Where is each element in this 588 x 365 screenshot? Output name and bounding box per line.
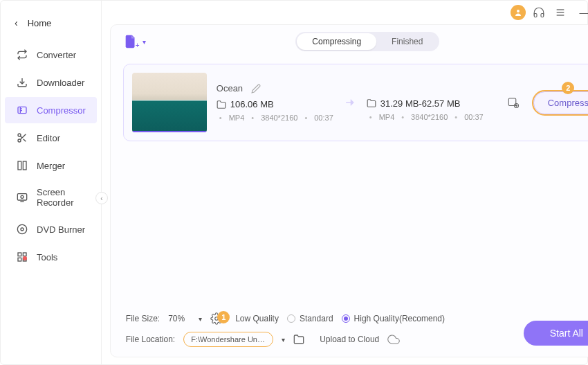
svg-point-13 bbox=[21, 228, 24, 231]
tab-compressing[interactable]: Compressing bbox=[297, 33, 376, 50]
tools-icon bbox=[16, 251, 28, 263]
sidebar-label: Tools bbox=[37, 252, 57, 262]
user-avatar-icon[interactable] bbox=[511, 5, 526, 20]
home-label: Home bbox=[28, 18, 52, 28]
edit-name-icon[interactable] bbox=[251, 84, 261, 94]
file-item: Ocean 106.06 MB MP4 3840*2160 bbox=[123, 64, 588, 141]
downloader-icon bbox=[16, 76, 28, 89]
dvd-burner-icon bbox=[16, 223, 28, 235]
source-info: 106.06 MB MP4 3840*2160 00:37 bbox=[217, 99, 333, 122]
filesize-settings-button[interactable]: 1 bbox=[210, 312, 223, 325]
target-duration: 00:37 bbox=[464, 113, 484, 121]
svg-rect-17 bbox=[18, 258, 21, 261]
arrow-icon bbox=[343, 96, 357, 109]
svg-point-6 bbox=[18, 139, 21, 142]
converter-icon bbox=[16, 48, 28, 61]
start-all-button[interactable]: Start All bbox=[524, 321, 588, 346]
quality-low-option[interactable]: Low Quality bbox=[235, 314, 279, 323]
upload-cloud-label: Upload to Cloud bbox=[320, 335, 379, 344]
sidebar-label: Editor bbox=[37, 133, 60, 143]
item-settings-button[interactable] bbox=[503, 96, 524, 109]
svg-point-18 bbox=[517, 10, 520, 12]
add-file-button[interactable]: + ▾ bbox=[123, 34, 146, 49]
file-name: Ocean bbox=[217, 83, 243, 94]
upload-cloud-button[interactable] bbox=[387, 333, 400, 346]
tab-switch: Compressing Finished bbox=[295, 32, 439, 51]
radio-selected-icon bbox=[342, 314, 350, 323]
source-duration: 00:37 bbox=[314, 114, 333, 122]
video-thumbnail[interactable] bbox=[132, 73, 207, 132]
svg-rect-14 bbox=[18, 253, 21, 256]
svg-rect-9 bbox=[17, 194, 26, 200]
sidebar-item-converter[interactable]: Converter bbox=[5, 42, 97, 68]
folder-icon bbox=[367, 98, 376, 108]
sidebar-label: Merger bbox=[37, 161, 65, 171]
step-badge-1: 1 bbox=[217, 311, 230, 323]
target-info: 31.29 MB-62.57 MB MP4 3840*2160 00:37 bbox=[367, 98, 484, 121]
quality-high-label: High Quality(Recomend) bbox=[354, 314, 445, 323]
svg-rect-7 bbox=[18, 161, 21, 170]
file-location-field[interactable]: F:\Wondershare UniConverter 1 bbox=[183, 332, 273, 347]
chevron-down-icon: ▾ bbox=[143, 38, 146, 46]
sidebar: ‹ Home Converter Downloader Compressor bbox=[1, 1, 102, 364]
filesize-label: File Size: bbox=[126, 314, 160, 323]
sidebar-item-editor[interactable]: Editor bbox=[5, 125, 97, 151]
quality-high-option[interactable]: High Quality(Recomend) bbox=[342, 314, 445, 323]
tab-finished[interactable]: Finished bbox=[376, 33, 438, 50]
svg-point-12 bbox=[17, 224, 26, 233]
svg-point-10 bbox=[21, 195, 24, 198]
merger-icon bbox=[16, 159, 28, 172]
compress-button[interactable]: Compress bbox=[533, 91, 588, 114]
sidebar-item-merger[interactable]: Merger bbox=[5, 152, 97, 179]
step-badge-2: 2 bbox=[562, 82, 574, 94]
source-resolution: 3840*2160 bbox=[261, 114, 297, 122]
editor-icon bbox=[16, 132, 28, 144]
main-area: — ☐ ✕ + ▾ Compressing Finished bbox=[102, 1, 588, 364]
chevron-down-icon: ▾ bbox=[199, 315, 202, 323]
svg-point-5 bbox=[18, 134, 21, 136]
bottom-bar: File Size: 70% ▾ 1 Low Quality Standa bbox=[111, 305, 588, 357]
sidebar-label: Downloader bbox=[37, 78, 84, 88]
target-resolution: 3840*2160 bbox=[411, 113, 448, 121]
filesize-value: 70% bbox=[168, 314, 185, 323]
panel-header: + ▾ Compressing Finished bbox=[111, 25, 588, 58]
radio-icon bbox=[287, 314, 295, 323]
sidebar-item-compressor[interactable]: Compressor bbox=[5, 97, 97, 123]
svg-rect-8 bbox=[23, 161, 26, 170]
chevron-down-icon[interactable]: ▾ bbox=[282, 336, 285, 344]
compressor-icon bbox=[16, 104, 28, 116]
sidebar-item-downloader[interactable]: Downloader bbox=[5, 69, 97, 96]
quality-low-label: Low Quality bbox=[235, 314, 279, 323]
minimize-button[interactable]: — bbox=[578, 8, 588, 18]
menu-icon[interactable] bbox=[552, 4, 569, 21]
filesize-select[interactable]: 70% ▾ bbox=[168, 314, 202, 323]
source-size: 106.06 MB bbox=[230, 99, 274, 109]
sidebar-item-tools[interactable]: Tools bbox=[5, 244, 97, 270]
quality-standard-option[interactable]: Standard bbox=[287, 314, 333, 323]
sidebar-item-screen-recorder[interactable]: Screen Recorder bbox=[5, 180, 97, 215]
sidebar-item-dvd-burner[interactable]: DVD Burner bbox=[5, 216, 97, 242]
source-format: MP4 bbox=[229, 114, 245, 122]
screen-recorder-icon bbox=[16, 191, 28, 204]
content-panel: + ▾ Compressing Finished Ocean bbox=[110, 24, 588, 357]
svg-rect-15 bbox=[23, 253, 26, 256]
app-window: ‹ Home Converter Downloader Compressor bbox=[0, 0, 588, 365]
window-controls: — ☐ ✕ bbox=[578, 8, 588, 18]
open-folder-button[interactable] bbox=[293, 334, 304, 345]
notification-dot-icon bbox=[23, 256, 27, 260]
back-icon: ‹ bbox=[15, 17, 18, 28]
sidebar-label: Compressor bbox=[37, 105, 86, 116]
titlebar: — ☐ ✕ bbox=[102, 1, 588, 24]
sidebar-label: Screen Recorder bbox=[37, 187, 86, 208]
sidebar-label: DVD Burner bbox=[37, 224, 85, 235]
support-icon[interactable] bbox=[530, 3, 548, 21]
target-size: 31.29 MB-62.57 MB bbox=[380, 98, 461, 109]
quality-standard-label: Standard bbox=[300, 314, 333, 323]
home-nav[interactable]: ‹ Home bbox=[1, 8, 101, 41]
sidebar-label: Converter bbox=[37, 50, 76, 60]
folder-icon bbox=[217, 100, 226, 109]
location-label: File Location: bbox=[126, 335, 175, 344]
target-format: MP4 bbox=[379, 113, 395, 121]
